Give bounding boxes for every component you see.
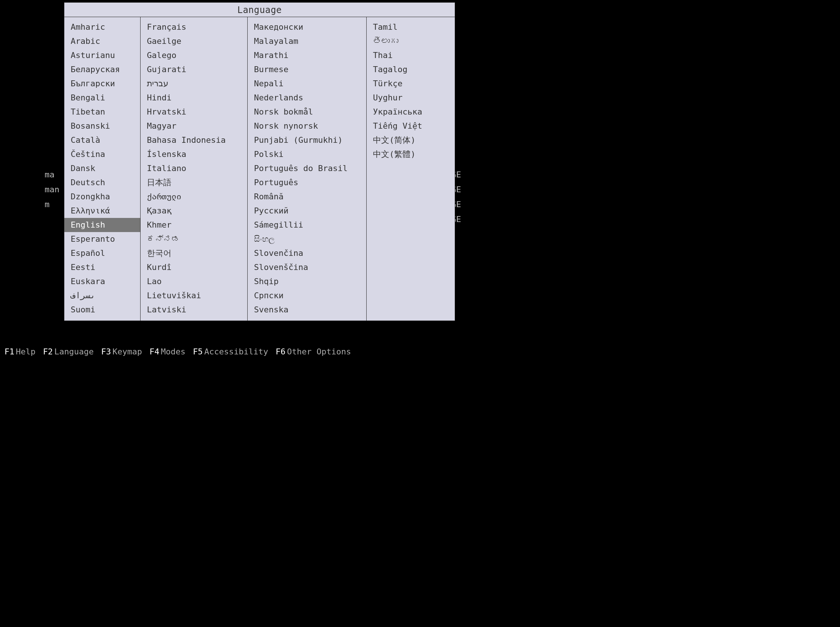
language-option[interactable]: Македонски <box>248 20 366 34</box>
language-option[interactable]: 中文(简体) <box>367 133 455 147</box>
language-option[interactable]: 中文(繁體) <box>367 147 455 161</box>
language-option[interactable]: Lao <box>140 274 247 288</box>
language-columns: AmharicArabicAsturianuБеларускаяБългарск… <box>64 17 455 321</box>
language-option[interactable]: Asturianu <box>64 48 140 63</box>
language-option[interactable]: Uyghur <box>367 91 455 105</box>
language-option[interactable]: Bosanski <box>64 119 140 133</box>
language-option[interactable]: Suomi <box>64 303 140 317</box>
language-option[interactable]: Русский <box>248 204 366 218</box>
language-option[interactable]: Shqip <box>248 274 366 288</box>
language-option[interactable]: Arabic <box>64 34 140 48</box>
language-option[interactable]: Türkçe <box>367 77 455 91</box>
language-option[interactable]: తెలుగు <box>367 34 455 48</box>
language-option[interactable]: Tamil <box>367 20 455 34</box>
language-option[interactable]: Bengali <box>64 91 140 105</box>
language-option[interactable]: Hindi <box>140 91 247 105</box>
language-option[interactable]: Tiếng Việt <box>367 119 455 133</box>
language-option[interactable]: Català <box>64 133 140 147</box>
language-option[interactable]: Sámegillii <box>248 218 366 232</box>
language-option[interactable]: עברית <box>140 77 247 91</box>
language-option[interactable]: Čeština <box>64 147 140 161</box>
language-option[interactable]: Português do Brasil <box>248 161 366 175</box>
fkey-label: Keymap <box>112 347 142 356</box>
language-option[interactable]: Slovenščina <box>248 260 366 274</box>
language-option[interactable]: Thai <box>367 48 455 63</box>
language-option[interactable]: Norsk nynorsk <box>248 119 366 133</box>
language-option[interactable]: Dansk <box>64 161 140 175</box>
language-option[interactable]: Gaeilge <box>140 34 247 48</box>
fkey-key[interactable]: F2 <box>43 347 53 356</box>
language-option[interactable]: Español <box>64 246 140 260</box>
language-option[interactable]: Hrvatski <box>140 105 247 119</box>
language-option[interactable]: Punjabi (Gurmukhi) <box>248 133 366 147</box>
language-option[interactable]: Amharic <box>64 20 140 34</box>
language-option[interactable]: Italiano <box>140 161 247 175</box>
language-option[interactable]: Magyar <box>140 119 247 133</box>
language-option[interactable]: Esperanto <box>64 232 140 246</box>
language-option[interactable]: සිංහල <box>248 232 366 246</box>
language-option[interactable]: ქართული <box>140 190 247 204</box>
language-option[interactable]: 日本語 <box>140 175 247 190</box>
language-option[interactable]: ಕನ್ನಡ <box>140 232 247 246</box>
language-option[interactable]: Slovenčina <box>248 246 366 260</box>
language-option[interactable]: Tagalog <box>367 63 455 77</box>
language-option[interactable]: 한국어 <box>140 246 247 260</box>
language-option[interactable]: Polski <box>248 147 366 161</box>
language-option[interactable]: Français <box>140 20 247 34</box>
language-option[interactable]: English <box>64 218 140 232</box>
language-selection-dialog: Language AmharicArabicAsturianuБеларуска… <box>64 2 455 321</box>
language-option[interactable]: Ελληνικά <box>64 204 140 218</box>
language-option[interactable]: Marathi <box>248 48 366 63</box>
language-option[interactable]: Dzongkha <box>64 190 140 204</box>
fkey-key[interactable]: F5 <box>193 347 203 356</box>
language-option[interactable]: Eesti <box>64 260 140 274</box>
fkey-label: Accessibility <box>204 347 268 356</box>
language-option[interactable]: Română <box>248 190 366 204</box>
language-option[interactable]: Српски <box>248 288 366 303</box>
language-option[interactable]: Беларуская <box>64 63 140 77</box>
language-option[interactable]: Malayalam <box>248 34 366 48</box>
language-option[interactable]: Қазақ <box>140 204 247 218</box>
language-option[interactable]: Nepali <box>248 77 366 91</box>
function-key-bar: F1HelpF2LanguageF3KeymapF4ModesF5Accessi… <box>5 347 480 356</box>
fkey-key[interactable]: F1 <box>5 347 14 356</box>
language-option[interactable]: Tibetan <box>64 105 140 119</box>
language-option[interactable]: Bahasa Indonesia <box>140 133 247 147</box>
language-option[interactable]: Български <box>64 77 140 91</box>
language-column: МакедонскиMalayalamMarathiBurmeseNepaliN… <box>248 17 367 321</box>
fkey-label: Modes <box>160 347 185 356</box>
dialog-title: Language <box>64 3 455 17</box>
fkey-label: Language <box>54 347 94 356</box>
language-option[interactable]: Íslenska <box>140 147 247 161</box>
language-option[interactable]: Kurdî <box>140 260 247 274</box>
language-option[interactable]: Khmer <box>140 218 247 232</box>
language-option[interactable]: Norsk bokmål <box>248 105 366 119</box>
fkey-key[interactable]: F4 <box>149 347 159 356</box>
language-column: TamilతెలుగుThaiTagalogTürkçeUyghurУкраїн… <box>367 17 455 321</box>
language-option[interactable]: Українська <box>367 105 455 119</box>
language-option[interactable]: Galego <box>140 48 247 63</box>
language-option[interactable]: Gujarati <box>140 63 247 77</box>
language-option[interactable]: Latviski <box>140 303 247 317</box>
language-option[interactable]: Svenska <box>248 303 366 317</box>
language-option[interactable]: Euskara <box>64 274 140 288</box>
language-option[interactable]: Lietuviškai <box>140 288 247 303</box>
fkey-key[interactable]: F6 <box>275 347 286 356</box>
language-option[interactable]: Nederlands <box>248 91 366 105</box>
language-option[interactable]: Deutsch <box>64 175 140 190</box>
language-option[interactable]: ىسراف <box>64 288 140 303</box>
language-option[interactable]: Burmese <box>248 63 366 77</box>
fkey-key[interactable]: F3 <box>101 347 111 356</box>
language-column: AmharicArabicAsturianuБеларускаяБългарск… <box>64 17 140 321</box>
language-column: FrançaisGaeilgeGalegoGujaratiעבריתHindiH… <box>140 17 248 321</box>
fkey-label: Other Options <box>287 347 351 356</box>
language-option[interactable]: Português <box>248 175 366 190</box>
fkey-label: Help <box>16 347 36 356</box>
